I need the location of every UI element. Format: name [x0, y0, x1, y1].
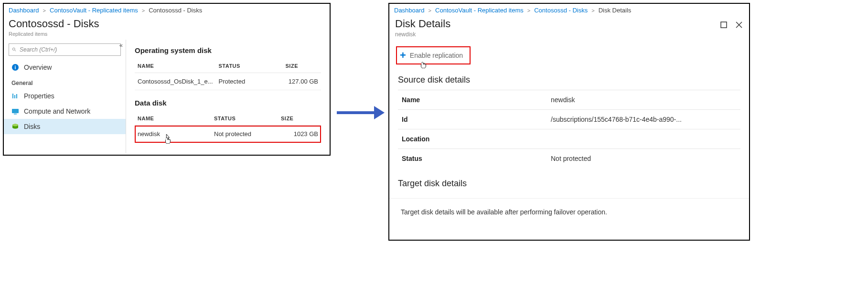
chevron-right-icon: > [43, 8, 46, 13]
collapse-icon[interactable]: « [119, 42, 123, 49]
svg-rect-8 [14, 114, 17, 115]
cell-status: Protected [216, 73, 283, 90]
kv-value: newdisk [551, 96, 740, 104]
bc-vault[interactable]: ContosoVault - Replicated items [50, 7, 138, 14]
kv-key: Id [398, 116, 551, 123]
disks-blade: Dashboard > ContosoVault - Replicated it… [3, 3, 331, 156]
disks-icon [11, 123, 19, 130]
plus-icon: + [400, 50, 406, 61]
kv-row-id: Id /subscriptions/155c4768-b71c-4e4b-a99… [398, 109, 740, 129]
col-name-header: NAME [135, 112, 211, 126]
os-disk-table: NAME STATUS SIZE Contosossd_OsDisk_1_e..… [135, 59, 321, 90]
col-name-header: NAME [135, 59, 216, 73]
page-subtitle: Replicated items [9, 31, 325, 37]
col-status-header: STATUS [216, 59, 283, 73]
col-size-header: SIZE [278, 112, 321, 126]
cell-name: newdisk [135, 126, 211, 143]
restore-icon[interactable] [719, 21, 728, 29]
cell-size: 127.00 GB [283, 73, 321, 90]
page-subtitle: newdisk [395, 31, 719, 38]
kv-value [551, 135, 740, 143]
kv-key: Status [398, 155, 551, 162]
search-placeholder: Search (Ctrl+/) [20, 46, 57, 53]
kv-value: Not protected [551, 155, 740, 162]
kv-row-location: Location [398, 129, 740, 148]
svg-text:i: i [15, 65, 16, 70]
compute-icon [11, 107, 19, 115]
search-input[interactable]: Search (Ctrl+/) [9, 43, 121, 56]
breadcrumb-left: Dashboard > ContosoVault - Replicated it… [4, 4, 330, 17]
data-disk-table: NAME STATUS SIZE newdisk Not protected 1… [135, 112, 321, 143]
target-disk-note: Target disk details will be available af… [389, 198, 749, 225]
kv-row-status: Status Not protected [398, 148, 740, 168]
bc-current: Contosossd - Disks [149, 7, 202, 14]
properties-icon [11, 92, 19, 100]
bc-current: Disk Details [599, 7, 632, 14]
kv-value: /subscriptions/155c4768-b71c-4e4b-a990-.… [551, 116, 740, 123]
target-disk-section: Target disk details [389, 168, 749, 193]
breadcrumb-right: Dashboard > ContosoVault - Replicated it… [389, 4, 749, 17]
chevron-right-icon: > [591, 8, 594, 13]
sidebar-item-label: Compute and Network [24, 107, 90, 115]
svg-line-1 [15, 50, 16, 52]
cell-status: Not protected [211, 126, 278, 143]
chevron-right-icon: > [429, 8, 431, 13]
search-icon [12, 46, 20, 53]
svg-rect-6 [16, 94, 17, 98]
main-content: Operating system disk NAME STATUS SIZE C… [126, 40, 330, 153]
page-title: Contosossd - Disks [9, 18, 325, 30]
kv-row-name: Name newdisk [398, 90, 740, 109]
chevron-right-icon: > [142, 8, 145, 13]
sidebar-section-general: General [4, 75, 126, 88]
sidebar-item-label: Disks [24, 123, 40, 130]
source-disk-section: Source disk details [389, 64, 749, 90]
svg-point-10 [12, 124, 18, 127]
blade-header: Contosossd - Disks Replicated items [4, 17, 330, 40]
kv-key: Location [398, 135, 551, 143]
sidebar-item-properties[interactable]: Properties [4, 88, 126, 104]
svg-rect-4 [12, 94, 13, 98]
sidebar-item-label: Overview [24, 64, 52, 71]
sidebar-item-overview[interactable]: i Overview [4, 60, 126, 75]
col-size-header: SIZE [283, 59, 321, 73]
bc-dashboard[interactable]: Dashboard [9, 7, 39, 14]
cell-name: Contosossd_OsDisk_1_e... [135, 73, 216, 90]
svg-rect-11 [721, 22, 727, 28]
sidebar: « Search (Ctrl+/) i Overview General [4, 40, 126, 153]
disk-details-blade: Dashboard > ContosoVault - Replicated it… [388, 3, 750, 241]
svg-rect-5 [14, 95, 15, 98]
sidebar-item-compute[interactable]: Compute and Network [4, 104, 126, 119]
sidebar-item-label: Properties [24, 92, 54, 100]
table-row-newdisk[interactable]: newdisk Not protected 1023 GB [135, 126, 321, 143]
col-status-header: STATUS [211, 112, 278, 126]
flow-arrow-icon [337, 106, 385, 119]
info-icon: i [11, 64, 19, 71]
close-icon[interactable] [735, 21, 743, 29]
kv-key: Name [398, 96, 551, 104]
sidebar-item-disks[interactable]: Disks [4, 119, 126, 134]
bc-vault[interactable]: ContosoVault - Replicated items [435, 7, 524, 14]
os-disk-section-title: Operating system disk [135, 46, 321, 54]
svg-point-0 [12, 48, 15, 50]
data-disk-section-title: Data disk [135, 99, 321, 107]
enable-replication-label: Enable replication [410, 52, 463, 59]
bc-disks[interactable]: Contosossd - Disks [534, 7, 588, 14]
chevron-right-icon: > [527, 8, 530, 13]
page-title: Disk Details [395, 18, 719, 30]
table-row[interactable]: Contosossd_OsDisk_1_e... Protected 127.0… [135, 73, 321, 90]
cell-size: 1023 GB [278, 126, 321, 143]
svg-rect-7 [12, 109, 19, 113]
enable-replication-button[interactable]: + Enable replication [396, 46, 471, 64]
bc-dashboard[interactable]: Dashboard [394, 7, 425, 14]
